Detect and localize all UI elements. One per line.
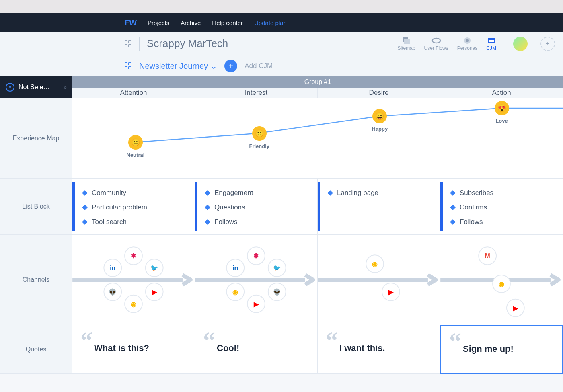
svg-text:◉: ◉ (131, 301, 136, 308)
list-cell-desire[interactable]: Landing page (318, 179, 440, 235)
journey-grid-icon[interactable] (125, 62, 132, 70)
svg-text:▶: ▶ (513, 305, 518, 312)
svg-text:✱: ✱ (254, 252, 259, 259)
user-avatar[interactable] (513, 37, 528, 51)
list-item[interactable]: Confirms (440, 200, 558, 215)
row-label-quotes: Quotes (0, 325, 72, 374)
nav-projects[interactable]: Projects (148, 19, 169, 26)
diamond-bullet-icon (205, 205, 210, 210)
list-item[interactable]: Follows (440, 215, 558, 229)
cjm-icon (487, 37, 496, 45)
emotion-label: Happy (372, 126, 388, 132)
nav-update-plan[interactable]: Update plan (254, 19, 287, 26)
tab-personas[interactable]: Personas (457, 37, 478, 51)
sitemap-icon (402, 37, 411, 45)
quote-icon: “ (326, 333, 338, 348)
tab-user-flows[interactable]: User Flows (424, 37, 448, 51)
list-cell-attention[interactable]: CommunityParticular problemTool search (72, 179, 195, 235)
list-item-text: Follows (460, 218, 483, 226)
svg-rect-6 (489, 40, 494, 42)
journey-name-label: Newsletter Journey (139, 62, 208, 71)
list-item[interactable]: Subscribes (440, 186, 558, 200)
add-cjm-button[interactable]: + (224, 60, 237, 72)
divider (139, 37, 140, 51)
emotion-node[interactable]: 😄Happy (372, 109, 388, 132)
row-label-channels: Channels (0, 235, 72, 325)
logo: FW (125, 18, 136, 27)
channel-flow: ◉▶ (318, 235, 440, 325)
emotion-node[interactable]: 🙂Friendly (249, 126, 270, 149)
channels-cell-attention[interactable]: ✱🐦▶◉👽in (72, 235, 195, 325)
quote-icon: “ (203, 333, 215, 348)
list-item-text: Questions (214, 203, 245, 211)
list-item[interactable]: Particular problem (72, 200, 190, 215)
cjm-grid: ✕ Not Sele… » Group #1 Attention Interes… (0, 76, 563, 374)
quote-text: I want this. (339, 343, 385, 353)
quote-cell-interest[interactable]: “Cool! (195, 325, 318, 374)
tab-label: Sitemap (398, 45, 415, 51)
svg-text:👽: 👽 (273, 288, 281, 296)
svg-point-2 (432, 38, 440, 43)
tab-cjm[interactable]: CJM (486, 37, 496, 51)
group-header[interactable]: Group #1 (72, 76, 563, 88)
emoji-face-icon: 😄 (372, 109, 387, 123)
stage-action[interactable]: Action (440, 88, 563, 98)
project-title[interactable]: Scrappy MarTech (147, 37, 228, 50)
emotion-label: Friendly (249, 143, 270, 149)
emoji-face-icon: 😐 (128, 135, 143, 150)
diamond-bullet-icon (205, 219, 210, 225)
svg-text:✱: ✱ (131, 252, 136, 259)
svg-text:◉: ◉ (372, 261, 378, 267)
diamond-bullet-icon (450, 219, 456, 225)
list-item-text: Confirms (460, 203, 487, 211)
channel-flow: ✱🐦👽▶◉in (195, 235, 317, 325)
persona-expand-icon[interactable]: » (64, 84, 67, 90)
list-item[interactable]: Landing page (318, 186, 435, 200)
stage-attention[interactable]: Attention (72, 88, 195, 98)
emotion-node[interactable]: 😐Neutral (127, 135, 145, 158)
emotion-node[interactable]: 😍Love (495, 101, 509, 124)
emotion-label: Love (495, 118, 508, 124)
svg-point-4 (466, 39, 469, 42)
list-item-text: Engagement (214, 189, 253, 197)
svg-text:M: M (485, 252, 490, 259)
quote-cell-action[interactable]: “Sign me up! (440, 325, 563, 374)
quote-text: Cool! (217, 343, 239, 353)
list-cell-interest[interactable]: EngagementQuestionsFollows (195, 179, 318, 235)
svg-rect-1 (404, 39, 410, 44)
emoji-face-icon: 🙂 (252, 126, 267, 141)
list-cell-action[interactable]: SubscribesConfirmsFollows (440, 179, 563, 235)
emoji-face-icon: 😍 (495, 101, 509, 115)
list-item[interactable]: Follows (195, 215, 312, 229)
list-item[interactable]: Community (72, 186, 190, 200)
nav-help-center[interactable]: Help center (212, 19, 243, 26)
userflows-icon (431, 37, 441, 45)
channel-flow: M◉▶ (440, 235, 563, 325)
svg-text:▶: ▶ (253, 301, 259, 308)
list-item[interactable]: Tool search (72, 215, 190, 229)
svg-text:▶: ▶ (152, 289, 157, 296)
add-collaborator-button[interactable]: + (540, 37, 555, 51)
quote-icon: “ (449, 334, 461, 349)
list-item-text: Tool search (92, 218, 127, 226)
channels-cell-action[interactable]: M◉▶ (440, 235, 563, 325)
svg-text:◉: ◉ (499, 281, 504, 287)
list-item-text: Community (92, 189, 126, 197)
tab-label: CJM (486, 45, 496, 51)
experience-map[interactable]: 😐Neutral🙂Friendly😄Happy😍Love (72, 98, 563, 179)
channels-cell-interest[interactable]: ✱🐦👽▶◉in (195, 235, 318, 325)
diamond-bullet-icon (450, 205, 456, 210)
stage-desire[interactable]: Desire (318, 88, 440, 98)
journey-name-dropdown[interactable]: Newsletter Journey ⌄ (139, 61, 217, 71)
quote-cell-desire[interactable]: “I want this. (318, 325, 440, 374)
list-item[interactable]: Engagement (195, 186, 312, 200)
stage-interest[interactable]: Interest (195, 88, 318, 98)
apps-grid-icon[interactable] (125, 40, 132, 47)
list-item-text: Follows (214, 218, 238, 226)
quote-cell-attention[interactable]: “What is this? (72, 325, 195, 374)
list-item[interactable]: Questions (195, 200, 312, 215)
channels-cell-desire[interactable]: ◉▶ (318, 235, 440, 325)
tab-sitemap[interactable]: Sitemap (398, 37, 415, 51)
persona-clear-button[interactable]: ✕ (6, 83, 14, 92)
nav-archive[interactable]: Archive (181, 19, 201, 26)
